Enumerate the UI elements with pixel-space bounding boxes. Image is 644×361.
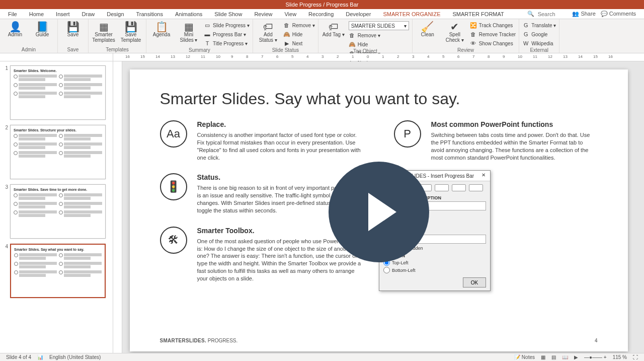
ribbon-small-remove-[interactable]: 🗑Remove ▾ [349,31,409,39]
tab-slide-show[interactable]: Slide Show [208,9,248,19]
thumbnail-3[interactable]: Smarter Slides. Save time to get more do… [10,184,106,239]
block-heading: Most common PowerPoint functions [431,120,598,128]
style-option-5[interactable] [452,184,466,191]
ribbon-admin[interactable]: 👤Admin [3,20,27,38]
style-option-6[interactable] [469,184,483,191]
ribbon-mini-slides-[interactable]: ▦Mini Slides ▾ [177,20,201,43]
ribbon-small-slide-progress-[interactable]: ▭Slide Progress ▾ [204,21,250,29]
ribbon-clean[interactable]: 🧹Clean [416,20,440,38]
ribbon-tabs: FileHomeInsertDrawDesignTransitionsAnima… [0,9,644,19]
ribbon-small-wikipedia[interactable]: WWikipedia [522,39,556,47]
tab-review[interactable]: Review [248,9,278,19]
ribbon-small-title-progress-[interactable]: TTitle Progress ▾ [204,39,250,47]
ribbon-small-remove-[interactable]: 🗑Remove ▾ [283,21,315,29]
tab-draw[interactable]: Draw [76,9,101,19]
thumbnail-4[interactable]: Smarter Slides. Say what you want to say… [10,244,106,298]
ribbon-small-google[interactable]: GGoogle [522,30,556,38]
title-bar: Slide Progress / Progress Bar [0,0,644,9]
style-option-4[interactable] [435,184,449,191]
view-slideshow[interactable]: ▶ [574,354,578,360]
ribbon-guide[interactable]: 📘Guide [30,20,54,38]
play-button[interactable] [329,162,429,262]
tab-developer[interactable]: Developer [340,9,377,19]
pos-bottom-left[interactable] [383,267,390,273]
page-number: 4 [595,338,598,343]
share-button[interactable]: 👥 Share [572,11,595,17]
ribbon-small-translate-[interactable]: GTranslate ▾ [522,21,556,29]
footer-sub: PROGRESS. [208,338,237,343]
status-bar: Slide 4 of 4 📊 English (United States) 📝… [0,353,644,361]
ribbon-small-next[interactable]: ▶Next [283,39,315,47]
block-heading: Status. [197,173,364,181]
thumbnail-2[interactable]: Smarter Slides. Structure your slides. [10,125,106,179]
tab-home[interactable]: Home [23,9,50,19]
status-language[interactable]: English (United States) [49,354,101,360]
tab-insert[interactable]: Insert [50,9,76,19]
ribbon-small-remove-tracker[interactable]: 🗑Remove Tracker [470,30,516,38]
ribbon-small-hide[interactable]: 🙈Hide [283,30,315,38]
tab-smarter-organize[interactable]: SMARTER ORGANIZE [377,9,446,19]
block-icon: Aa [160,120,187,148]
view-normal[interactable]: ▦ [541,354,545,360]
block-icon: P [394,120,421,148]
block-heading: Replace. [197,120,364,128]
block-text: Consistency is another important factor … [197,131,364,161]
thumbnail-1[interactable]: Smarter Slides. Welcome. [10,65,106,120]
ribbon-save-template[interactable]: 💾Save Template [119,20,143,43]
tab-design[interactable]: Design [101,9,130,19]
ribbon-spell-check-[interactable]: ✔Spell Check ▾ [443,20,467,43]
app-title: Slide Progress / Progress Bar [286,2,359,8]
ribbon-add-status-[interactable]: 🏷Add Status ▾ [256,20,280,43]
tag-dropdown[interactable]: SMARTER SLIDES▾ [349,21,409,30]
tab-view[interactable]: View [278,9,302,19]
vertical-ruler [113,61,122,361]
tab-recording[interactable]: Recording [302,9,340,19]
block-icon: 🛠 [160,227,187,254]
view-sorter[interactable]: ▤ [551,354,556,360]
block-text: One of the most asked question of people… [197,238,364,282]
ribbon-small-show-changes[interactable]: 👁Show Changes [470,39,516,47]
ribbon-small-track-changes[interactable]: 🔀Track Changes [470,21,516,29]
tab-animations[interactable]: Animations [169,9,208,19]
ruler: 1615141312111098765432101234567891011121… [0,53,644,61]
ribbon-agenda[interactable]: 📋Agenda [149,20,174,38]
ok-button[interactable]: OK [463,277,486,287]
ribbon-add-tag-[interactable]: 🏷Add Tag ▾ [321,20,346,38]
ribbon-small-progress-bar-[interactable]: ▬Progress Bar ▾ [204,30,250,38]
notes-button[interactable]: 📝 Notes [514,354,535,360]
tab-transitions[interactable]: Transitions [130,9,169,19]
fit-icon[interactable]: ⛶ [633,354,638,360]
tab-smarter-format[interactable]: SMARTER FORMAT [446,9,510,19]
ribbon-save[interactable]: 💾Save [61,20,85,38]
tab-file[interactable]: File [2,9,23,19]
block-text: Switching between tabs costs time and po… [431,131,598,161]
ribbon-small-hide[interactable]: 🙈Hide [349,40,409,48]
ribbon-smarter-templates[interactable]: ▦Smarter Templates [92,20,116,43]
status-slide: Slide 4 of 4 [6,354,31,360]
footer-brand: SMARTERSLIDES. [160,338,207,343]
ribbon: 👤Admin📘GuideAdmin💾SaveSave▦Smarter Templ… [0,19,644,53]
canvas: Smarter Slides. Say what you want to say… [113,61,644,361]
comments-button[interactable]: 💬 Comments [601,11,636,17]
close-icon[interactable]: ✕ [480,172,487,179]
slide-thumbnails: 1Smarter Slides. Welcome.2Smarter Slides… [0,61,113,361]
block-icon: 🚦 [160,173,187,200]
zoom-level[interactable]: 115 % [613,354,627,360]
view-reading[interactable]: 📖 [562,354,568,360]
tell-me[interactable]: 🔍 Search [527,11,555,17]
slide-title: Smarter Slides. Say what you want to say… [160,90,598,108]
